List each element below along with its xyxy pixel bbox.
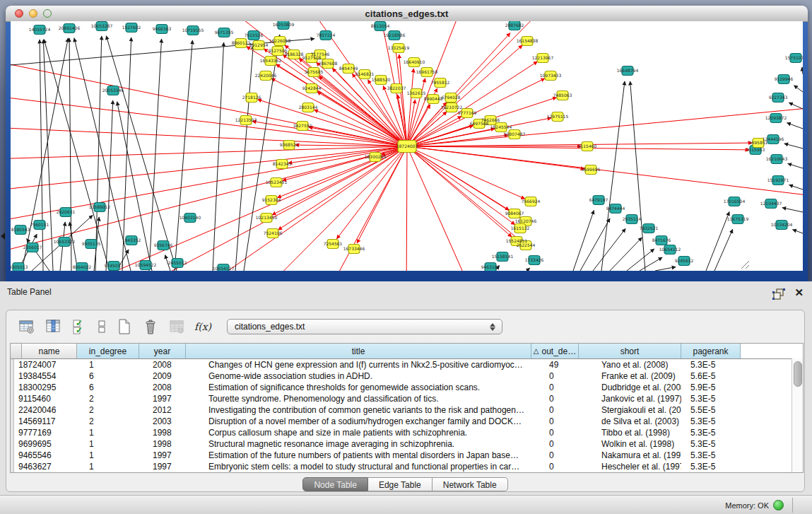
window-resize-grip[interactable]: [741, 261, 749, 269]
scrollbar-thumb[interactable]: [794, 361, 802, 387]
cell-outde[interactable]: 0: [531, 427, 579, 438]
cell-name[interactable]: 9699695: [14, 438, 77, 450]
cell-year[interactable]: 1997: [139, 461, 186, 472]
graph-edge-red[interactable]: [278, 146, 407, 230]
cell-year[interactable]: 2008: [139, 359, 186, 370]
graph-edge-black[interactable]: [117, 102, 152, 271]
graph-edge-black[interactable]: [655, 267, 676, 271]
cell-name[interactable]: 14569117: [14, 416, 77, 427]
cell-title[interactable]: Investigating the contribution of common…: [186, 404, 531, 416]
cell-outde[interactable]: 0: [531, 404, 579, 416]
column-header-short[interactable]: short: [579, 344, 681, 358]
cell-name[interactable]: 9463627: [14, 461, 77, 472]
table-row[interactable]: 1938455462009Genome-wide association stu…: [11, 370, 803, 382]
cell-year[interactable]: 2012: [139, 404, 186, 416]
graph-edge-red[interactable]: [399, 54, 407, 146]
window-titlebar[interactable]: citations_edges.txt: [6, 6, 808, 22]
column-header-name[interactable]: name: [22, 344, 77, 358]
graph-edge-black[interactable]: [106, 36, 177, 271]
graph-edge-red[interactable]: [407, 146, 520, 218]
graph-edge-red[interactable]: [407, 146, 521, 241]
cell-short[interactable]: Dudbridge et al. (2008): [579, 382, 681, 393]
column-header-indegree[interactable]: in_degree: [77, 344, 139, 358]
cell-title[interactable]: Corpus callosum shape and size in male p…: [186, 427, 531, 438]
pane-collapse-arrow-icon[interactable]: [1, 233, 5, 240]
cell-indegree[interactable]: 1: [77, 438, 139, 450]
graph-edge-black[interactable]: [802, 67, 803, 74]
column-header-title[interactable]: title: [186, 344, 531, 358]
table-row[interactable]: 946554611997Estimation of the future num…: [11, 450, 803, 461]
column-header-pagerank[interactable]: pagerank: [681, 344, 741, 358]
graph-edge-black[interactable]: [787, 123, 803, 129]
tab-edge-table[interactable]: Edge Table: [368, 477, 433, 491]
cell-name[interactable]: 19384554: [14, 370, 77, 382]
table-row[interactable]: 911546021997Tourette syndrome. Phenomeno…: [11, 393, 803, 404]
table-row[interactable]: 2242004622012Investigating the contribut…: [11, 404, 803, 416]
graph-edge-black[interactable]: [44, 40, 110, 271]
memory-indicator[interactable]: Memory: OK: [725, 496, 784, 514]
cell-pagerank[interactable]: 5.3E-5: [681, 438, 741, 450]
graph-edge-black[interactable]: [526, 268, 530, 271]
column-header-year[interactable]: year: [139, 344, 186, 358]
cell-pagerank[interactable]: 5.5E-5: [681, 404, 741, 416]
graph-edge-black[interactable]: [788, 163, 803, 168]
cell-indegree[interactable]: 1: [77, 461, 139, 472]
row-height-icon[interactable]: [96, 317, 107, 336]
cell-title[interactable]: Genome-wide association studies in ADHD.: [186, 370, 531, 382]
table-row[interactable]: 977716911998Corpus callosum shape and si…: [11, 427, 803, 438]
cell-outde[interactable]: 0: [531, 370, 579, 382]
cell-name[interactable]: 9777169: [14, 427, 77, 438]
tab-node-table[interactable]: Node Table: [302, 477, 368, 491]
graph-edge-red[interactable]: [272, 146, 407, 215]
graph-edge-red[interactable]: [407, 146, 525, 199]
table-row[interactable]: 946362711997Embryonic stem cells: a mode…: [11, 461, 803, 472]
cell-pagerank[interactable]: 5.3E-5: [681, 359, 741, 370]
cell-title[interactable]: Embryonic stem cells: a model to study s…: [186, 461, 531, 472]
cell-outde[interactable]: 0: [531, 382, 579, 393]
cell-name[interactable]: 18300295: [14, 382, 77, 393]
graph-edge-red[interactable]: [407, 146, 477, 271]
graph-edge-black[interactable]: [794, 86, 803, 92]
cell-pagerank[interactable]: 5.3E-5: [681, 416, 741, 427]
graph-edge-black[interactable]: [235, 45, 253, 271]
graph-edge-black[interactable]: [593, 228, 625, 271]
cell-name[interactable]: 9115460: [14, 393, 77, 404]
cell-short[interactable]: Nakamura et al. (1997): [579, 450, 681, 461]
table-select-dropdown[interactable]: citations_edges.txt: [227, 319, 502, 334]
cell-indegree[interactable]: 6: [77, 382, 139, 393]
table-row[interactable]: 1830029562008Estimation of significance …: [11, 382, 803, 393]
cell-indegree[interactable]: 2: [77, 393, 139, 404]
vertical-scrollbar[interactable]: [792, 358, 803, 473]
graph-edge-red[interactable]: [406, 146, 407, 271]
cell-title[interactable]: Disruption of a novel member of a sodium…: [186, 416, 531, 427]
cell-year[interactable]: 1998: [139, 427, 186, 438]
cell-title[interactable]: Structural magnetic resonance image aver…: [186, 438, 531, 450]
function-builder-icon[interactable]: f(x): [194, 317, 212, 336]
graph-edge-black[interactable]: [789, 185, 803, 189]
table-settings-icon[interactable]: [18, 317, 36, 336]
graph-edge-black[interactable]: [95, 36, 102, 271]
table-row[interactable]: 969969511998Structural magnetic resonanc…: [11, 438, 803, 450]
network-canvas[interactable]: 1405572420891406106532871527602946616310…: [11, 21, 803, 271]
graph-edge-black[interactable]: [601, 81, 625, 271]
cell-short[interactable]: Franke et al. (2009): [579, 370, 681, 382]
table-row[interactable]: 1872400712008Changes of HCN gene express…: [11, 359, 803, 370]
cell-year[interactable]: 1997: [139, 450, 186, 461]
cell-indegree[interactable]: 6: [77, 370, 139, 382]
graph-edge-black[interactable]: [40, 40, 43, 271]
cell-indegree[interactable]: 2: [77, 404, 139, 416]
cell-short[interactable]: Stergiakouli et al. (2012): [579, 404, 681, 416]
graph-edge-black[interactable]: [573, 211, 594, 271]
cell-outde[interactable]: 0: [531, 393, 579, 404]
cell-pagerank[interactable]: 5.3E-5: [681, 393, 741, 404]
tab-network-table[interactable]: Network Table: [433, 477, 508, 491]
cell-short[interactable]: Wolkin et al. (1998): [579, 438, 681, 450]
cell-indegree[interactable]: 1: [77, 359, 139, 370]
delete-trash-icon[interactable]: [141, 317, 160, 336]
graph-edge-black[interactable]: [74, 38, 131, 271]
cell-year[interactable]: 1998: [139, 438, 186, 450]
cell-pagerank[interactable]: 5.3E-5: [681, 461, 741, 472]
new-table-icon[interactable]: [115, 317, 134, 336]
cell-outde[interactable]: 0: [531, 416, 579, 427]
cell-short[interactable]: Tibbo et al. (1998): [579, 427, 681, 438]
